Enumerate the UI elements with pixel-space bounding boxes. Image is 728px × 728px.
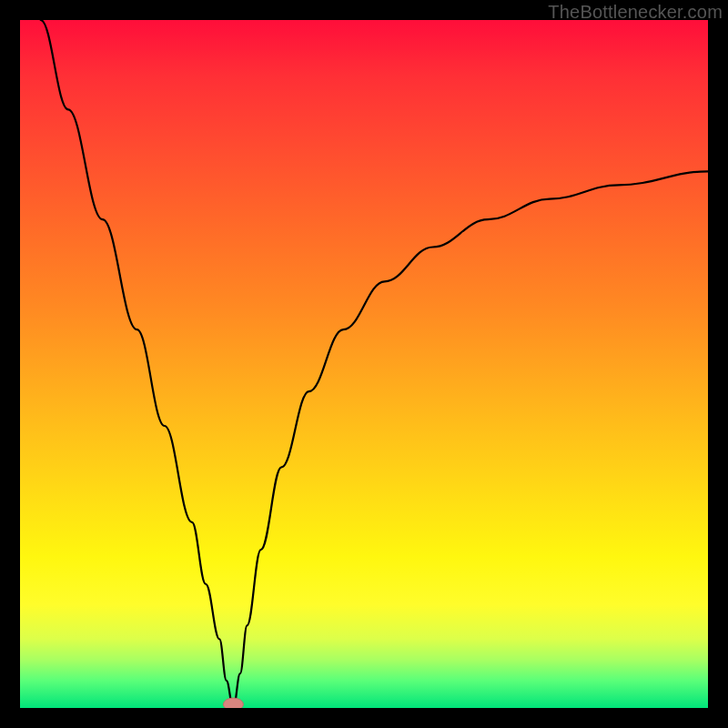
chart-frame [20, 20, 708, 708]
minimum-marker [223, 698, 243, 708]
watermark-text: TheBottlenecker.com [548, 2, 723, 23]
chart-svg [20, 20, 708, 708]
bottleneck-curve [41, 20, 708, 708]
